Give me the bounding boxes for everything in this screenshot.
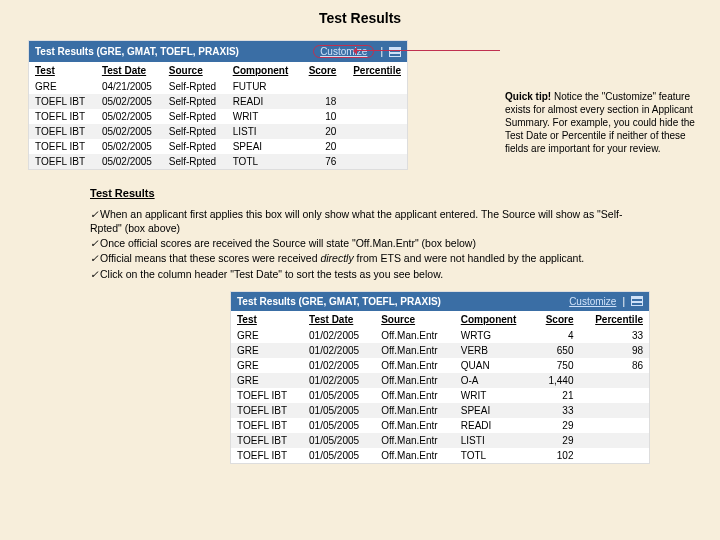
cell: VERB — [455, 343, 533, 358]
cell — [342, 79, 407, 94]
cell: 1,440 — [533, 373, 579, 388]
cell — [342, 139, 407, 154]
grid-icon[interactable] — [389, 47, 401, 57]
cell — [342, 94, 407, 109]
cell: 01/02/2005 — [303, 343, 375, 358]
cell — [579, 373, 649, 388]
table-row: GRE01/02/2005Off.Man.EntrO-A1,440 — [231, 373, 649, 388]
cell: 102 — [533, 448, 579, 463]
table-row: TOEFL IBT01/05/2005Off.Man.EntrLISTI29 — [231, 433, 649, 448]
cell: 18 — [300, 94, 343, 109]
cell: TOTL — [227, 154, 300, 169]
grid-icon[interactable] — [631, 296, 643, 306]
cell: Self-Rpted — [163, 79, 227, 94]
table-row: TOEFL IBT05/02/2005Self-RptedTOTL76 — [29, 154, 407, 169]
table-row: TOEFL IBT01/05/2005Off.Man.EntrREADI29 — [231, 418, 649, 433]
cell: TOEFL IBT — [231, 448, 303, 463]
cell: 01/02/2005 — [303, 373, 375, 388]
cell: QUAN — [455, 358, 533, 373]
column-header-score[interactable]: Score — [533, 311, 579, 328]
cell — [342, 124, 407, 139]
cell: Self-Rpted — [163, 139, 227, 154]
cell: 05/02/2005 — [96, 94, 163, 109]
cell: SPEAI — [455, 403, 533, 418]
cell: 29 — [533, 433, 579, 448]
cell: GRE — [29, 79, 96, 94]
cell: 05/02/2005 — [96, 124, 163, 139]
table-title: Test Results (GRE, GMAT, TOEFL, PRAXIS) — [237, 296, 441, 307]
cell: Off.Man.Entr — [375, 418, 455, 433]
cell: TOEFL IBT — [231, 388, 303, 403]
cell — [579, 403, 649, 418]
column-header-percentile[interactable]: Percentile — [342, 62, 407, 79]
cell: 01/02/2005 — [303, 328, 375, 343]
cell: Self-Rpted — [163, 124, 227, 139]
column-header-component[interactable]: Component — [455, 311, 533, 328]
cell: 01/05/2005 — [303, 418, 375, 433]
cell: TOEFL IBT — [231, 433, 303, 448]
cell — [579, 388, 649, 403]
cell — [579, 418, 649, 433]
cell: 750 — [533, 358, 579, 373]
table-row: TOEFL IBT01/05/2005Off.Man.EntrTOTL102 — [231, 448, 649, 463]
cell: 01/05/2005 — [303, 403, 375, 418]
table-row: TOEFL IBT05/02/2005Self-RptedREADI18 — [29, 94, 407, 109]
cell: TOEFL IBT — [29, 154, 96, 169]
cell: WRIT — [455, 388, 533, 403]
quicktip-callout: Quick tip! Notice the "Customize" featur… — [505, 90, 700, 155]
column-header-percentile[interactable]: Percentile — [579, 311, 649, 328]
cell: 05/02/2005 — [96, 139, 163, 154]
cell: Off.Man.Entr — [375, 403, 455, 418]
cell: Self-Rpted — [163, 154, 227, 169]
cell: GRE — [231, 358, 303, 373]
cell: 01/02/2005 — [303, 358, 375, 373]
table-row: GRE01/02/2005Off.Man.EntrVERB65098 — [231, 343, 649, 358]
cell: 20 — [300, 124, 343, 139]
cell: Off.Man.Entr — [375, 328, 455, 343]
cell: Off.Man.Entr — [375, 448, 455, 463]
cell: 29 — [533, 418, 579, 433]
cell: TOEFL IBT — [231, 418, 303, 433]
customize-link[interactable]: Customize — [313, 45, 374, 58]
cell: TOEFL IBT — [231, 403, 303, 418]
table-row: TOEFL IBT05/02/2005Self-RptedWRIT10 — [29, 109, 407, 124]
cell: LISTI — [455, 433, 533, 448]
column-header-component[interactable]: Component — [227, 62, 300, 79]
column-header-test[interactable]: Test — [29, 62, 96, 79]
test-results-table-official: Test Results (GRE, GMAT, TOEFL, PRAXIS) … — [230, 291, 650, 464]
column-header-source[interactable]: Source — [163, 62, 227, 79]
cell: 98 — [579, 343, 649, 358]
cell: 05/02/2005 — [96, 154, 163, 169]
page-title: Test Results — [0, 0, 720, 40]
cell: 76 — [300, 154, 343, 169]
table-row: TOEFL IBT01/05/2005Off.Man.EntrWRIT21 — [231, 388, 649, 403]
column-header-test-date[interactable]: Test Date — [96, 62, 163, 79]
cell: Off.Man.Entr — [375, 358, 455, 373]
column-header-test[interactable]: Test — [231, 311, 303, 328]
cell: GRE — [231, 343, 303, 358]
cell: LISTI — [227, 124, 300, 139]
cell: 33 — [579, 328, 649, 343]
cell: READI — [227, 94, 300, 109]
note-item: Once official scores are received the So… — [90, 236, 630, 250]
customize-link[interactable]: Customize — [569, 296, 616, 307]
table-row: GRE01/02/2005Off.Man.EntrQUAN75086 — [231, 358, 649, 373]
column-header-source[interactable]: Source — [375, 311, 455, 328]
cell: READI — [455, 418, 533, 433]
cell: Off.Man.Entr — [375, 388, 455, 403]
column-header-score[interactable]: Score — [300, 62, 343, 79]
cell: WRIT — [227, 109, 300, 124]
cell: Self-Rpted — [163, 94, 227, 109]
cell: 10 — [300, 109, 343, 124]
cell: 4 — [533, 328, 579, 343]
table-row: TOEFL IBT01/05/2005Off.Man.EntrSPEAI33 — [231, 403, 649, 418]
bar-icon: | — [622, 296, 625, 307]
column-header-test-date[interactable]: Test Date — [303, 311, 375, 328]
cell: TOTL — [455, 448, 533, 463]
cell: GRE — [231, 328, 303, 343]
cell: Off.Man.Entr — [375, 373, 455, 388]
cell: TOEFL IBT — [29, 139, 96, 154]
note-item: Official means that these scores were re… — [90, 251, 630, 265]
cell: 04/21/2005 — [96, 79, 163, 94]
note-item: When an applicant first applies this box… — [90, 207, 630, 235]
